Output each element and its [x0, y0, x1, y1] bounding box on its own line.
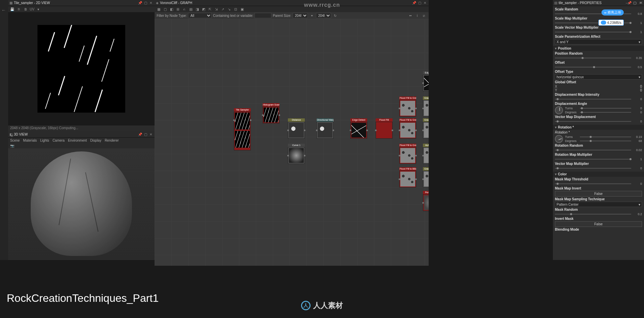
tool-9[interactable]: ⇱: [207, 6, 213, 12]
menu-environment[interactable]: Environment: [68, 139, 87, 142]
chevron-down-icon[interactable]: ▾: [555, 172, 557, 176]
position-random-slider[interactable]: [555, 58, 631, 58]
pin-icon[interactable]: 📌: [138, 1, 142, 5]
uv-label: UV: [30, 7, 34, 11]
view2d-title: Tile_sampler - 2D VIEW: [14, 1, 137, 5]
close-icon[interactable]: ✕: [149, 132, 153, 137]
size-select[interactable]: 2048: [316, 13, 331, 18]
menu-materials[interactable]: Materials: [23, 139, 37, 142]
filter-type-select[interactable]: All: [188, 13, 212, 18]
sun-icon[interactable]: ☀: [10, 134, 14, 138]
tool-5[interactable]: ⎌: [182, 6, 187, 12]
mask-threshold-slider[interactable]: [555, 183, 631, 184]
close-icon[interactable]: ✕: [640, 1, 643, 5]
node-curve[interactable]: Curve 1: [288, 144, 305, 164]
node-distance[interactable]: Distance: [288, 118, 305, 139]
vec-map-disp-slider[interactable]: [555, 121, 631, 122]
offset-type-select[interactable]: horizontal quincux▾: [555, 74, 642, 80]
scale-param-affect-select[interactable]: X and Y▾: [555, 39, 642, 45]
view-1-icon[interactable]: ••: [408, 13, 413, 18]
offset-slider[interactable]: [555, 67, 631, 67]
chevron-down-icon[interactable]: ▾: [555, 47, 557, 50]
filter-text-input[interactable]: [254, 13, 271, 18]
menu-camera[interactable]: Camera: [53, 139, 65, 142]
node-edge-2[interactable]: Edge Detect: [423, 71, 429, 91]
disp-turns-slider[interactable]: [580, 108, 631, 109]
save-icon[interactable]: 💾: [9, 6, 15, 12]
view-3-icon[interactable]: ⎚: [421, 13, 427, 18]
minimize-icon[interactable]: —: [626, 1, 629, 5]
copy-icon[interactable]: ⎘: [16, 6, 22, 12]
tool-10[interactable]: ⇲: [214, 6, 219, 12]
view-2-icon[interactable]: i: [414, 13, 420, 18]
upload-button[interactable]: ∞抢先上传: [601, 9, 624, 16]
chevron-down-icon[interactable]: ▾: [555, 125, 557, 129]
node-ff-bbox[interactable]: Flood Fill to BBox: [399, 167, 416, 187]
vec-map-disp-label: Vector Map Displacement: [555, 115, 642, 119]
mask-invert-button[interactable]: False: [555, 191, 642, 197]
menu-display[interactable]: Display: [90, 139, 101, 142]
pin-icon[interactable]: 📌: [412, 1, 417, 5]
node-dir-warp[interactable]: Directional Warp: [317, 118, 333, 139]
node-flood-fill[interactable]: Flood Fill: [376, 118, 393, 139]
tool-14[interactable]: ▣: [239, 6, 245, 12]
node-ff-grad-1[interactable]: Flood Fill to Gra...: [399, 96, 416, 117]
disp-angle-dial[interactable]: [555, 106, 563, 114]
close-icon[interactable]: ✕: [423, 1, 427, 5]
tool-11[interactable]: ↗: [220, 6, 225, 12]
menu-renderer[interactable]: Renderer: [105, 139, 119, 142]
node-perlin[interactable]: Perlin Noise: [423, 191, 429, 211]
maximize-icon[interactable]: ▢: [417, 1, 422, 5]
node-edge-detect[interactable]: Edge Detect: [350, 118, 367, 139]
node-gradient-1[interactable]: Gradient Map: [423, 96, 429, 117]
link-icon[interactable]: ⚭: [309, 13, 315, 18]
maximize-icon[interactable]: ▢: [633, 1, 636, 5]
mask-random-slider[interactable]: [555, 214, 631, 214]
rotation-turns-slider[interactable]: [580, 137, 631, 137]
node-tile-sampler[interactable]: Tile Sampler: [234, 108, 251, 150]
scale-vec-map-mult-slider[interactable]: [555, 32, 631, 32]
rotation-random-slider[interactable]: [555, 150, 631, 150]
tool-4[interactable]: ⊞: [175, 6, 181, 12]
menu-lights[interactable]: Lights: [40, 139, 49, 142]
camera-icon[interactable]: 📷: [9, 143, 15, 148]
refresh-icon[interactable]: ↻: [332, 13, 338, 18]
rotation-dial[interactable]: [554, 134, 564, 144]
menu-scene[interactable]: Scene: [10, 139, 20, 142]
node-gradient-3[interactable]: Gradient Map: [423, 167, 429, 187]
back-arrow-icon[interactable]: ←: [1, 7, 6, 13]
tool-6[interactable]: ▤: [188, 6, 193, 12]
doc-icon[interactable]: 🗎: [23, 6, 28, 12]
view3d-canvas[interactable]: ☀: [8, 148, 155, 259]
graph-canvas[interactable]: Tile Sampler Histogram Scan Distance Cur…: [155, 19, 429, 266]
tool-1[interactable]: ▦: [156, 6, 161, 12]
view2d-canvas[interactable]: [8, 12, 155, 125]
parent-size-select[interactable]: 2048: [293, 13, 308, 18]
tool-7[interactable]: ◨: [194, 6, 200, 12]
tool-2[interactable]: ▢: [162, 6, 168, 12]
disp-intensity-slider[interactable]: [555, 99, 631, 99]
node-ff-grad-3[interactable]: Flood Fill to Gra...: [399, 144, 416, 164]
parent-label: Parent Size:: [273, 14, 291, 18]
vec-map-mult-slider[interactable]: [555, 168, 631, 169]
close-icon[interactable]: ✕: [149, 1, 153, 5]
disp-deg-slider[interactable]: [580, 112, 631, 113]
node-auto-levels[interactable]: Auto Levels: [423, 144, 429, 164]
mask-sampling-select[interactable]: Pattern Center▾: [555, 202, 642, 207]
invert-mask-button[interactable]: False: [555, 221, 642, 227]
pin-icon[interactable]: 📌: [138, 132, 142, 137]
maximize-icon[interactable]: ▢: [143, 1, 148, 5]
dropdown-icon[interactable]: ▾: [36, 6, 41, 12]
tool-8[interactable]: ◩: [201, 6, 206, 12]
rotation-deg-slider[interactable]: [580, 141, 631, 141]
tool-13[interactable]: ⊡: [233, 6, 238, 12]
rock-preview: [31, 151, 132, 256]
node-gradient-2[interactable]: Gradient Map: [423, 118, 429, 139]
node-histogram[interactable]: Histogram Scan: [263, 103, 279, 123]
tool-12[interactable]: ↘: [226, 6, 232, 12]
node-ff-grad-2[interactable]: Flood Fill to Gra...: [399, 118, 416, 139]
rotation-map-mult-slider[interactable]: [555, 159, 631, 160]
tool-3[interactable]: ◧: [169, 6, 174, 12]
maximize-icon[interactable]: ▢: [143, 132, 148, 137]
position-random-label: Position Random: [555, 52, 642, 55]
